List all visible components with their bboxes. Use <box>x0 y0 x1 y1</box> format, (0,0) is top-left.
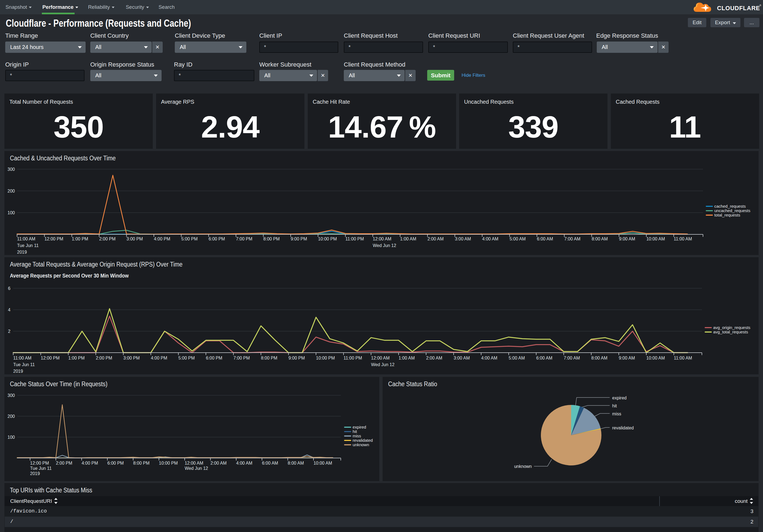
svg-text:10:00 AM: 10:00 AM <box>646 356 665 360</box>
svg-text:10:00 PM: 10:00 PM <box>318 236 337 241</box>
svg-text:1:00 PM: 1:00 PM <box>72 236 88 241</box>
svg-text:12:00 PM: 12:00 PM <box>44 236 63 241</box>
svg-text:unknown: unknown <box>353 442 369 447</box>
svg-text:8:00 AM: 8:00 AM <box>592 236 608 241</box>
svg-text:200: 200 <box>7 189 15 193</box>
svg-text:10:00 PM: 10:00 PM <box>316 356 335 360</box>
svg-text:2: 2 <box>8 329 10 334</box>
svg-text:unknown: unknown <box>514 464 532 469</box>
svg-text:8:00 PM: 8:00 PM <box>261 356 277 360</box>
svg-text:3:00 PM: 3:00 PM <box>123 356 140 360</box>
svg-text:4:00 PM: 4:00 PM <box>154 236 170 241</box>
svg-text:10:00 AM: 10:00 AM <box>646 236 665 241</box>
svg-text:3:00 PM: 3:00 PM <box>127 236 143 241</box>
svg-text:4:00 PM: 4:00 PM <box>82 461 98 466</box>
svg-text:6:00 AM: 6:00 AM <box>536 356 552 360</box>
svg-text:11:00 PM: 11:00 PM <box>344 356 362 360</box>
svg-text:expired: expired <box>353 425 366 429</box>
svg-text:7:00 AM: 7:00 AM <box>564 356 580 360</box>
svg-text:9:00 PM: 9:00 PM <box>288 356 305 360</box>
svg-text:6:00 PM: 6:00 PM <box>209 236 225 241</box>
svg-text:8:00 PM: 8:00 PM <box>133 461 150 466</box>
svg-text:hit: hit <box>353 429 357 434</box>
svg-text:7:00 AM: 7:00 AM <box>564 236 581 241</box>
svg-text:2:00 AM: 2:00 AM <box>211 461 227 466</box>
svg-text:11:00 PM: 11:00 PM <box>345 236 364 241</box>
svg-text:5:00 PM: 5:00 PM <box>178 356 195 360</box>
svg-text:11:00 AM: 11:00 AM <box>674 236 692 241</box>
svg-text:10:00 AM: 10:00 AM <box>313 461 332 466</box>
svg-text:miss: miss <box>612 411 621 416</box>
svg-text:cached_requests: cached_requests <box>714 204 746 209</box>
svg-text:2:00 PM: 2:00 PM <box>56 461 72 466</box>
svg-text:2:00 PM: 2:00 PM <box>99 236 116 241</box>
svg-text:300: 300 <box>7 393 15 398</box>
svg-text:12:00 AM: 12:00 AM <box>185 461 203 466</box>
svg-text:300: 300 <box>7 167 15 172</box>
svg-text:5:00 AM: 5:00 AM <box>509 236 526 241</box>
svg-text:9:00 AM: 9:00 AM <box>619 356 635 360</box>
svg-text:Tue Jun 11: Tue Jun 11 <box>13 362 35 367</box>
svg-text:2019: 2019 <box>30 471 40 476</box>
svg-text:1:00 AM: 1:00 AM <box>398 356 415 360</box>
svg-text:avg_total_requests: avg_total_requests <box>713 329 748 334</box>
svg-text:100: 100 <box>7 211 15 215</box>
svg-text:6:00 PM: 6:00 PM <box>206 356 222 360</box>
svg-text:11:00 AM: 11:00 AM <box>17 236 35 241</box>
svg-text:6:00 PM: 6:00 PM <box>107 461 124 466</box>
svg-text:10:00 PM: 10:00 PM <box>159 461 177 466</box>
svg-text:Wed Jun 12: Wed Jun 12 <box>373 243 396 248</box>
svg-text:2:00 PM: 2:00 PM <box>96 356 112 360</box>
svg-text:Wed Jun 12: Wed Jun 12 <box>371 362 394 367</box>
svg-text:4:00 AM: 4:00 AM <box>236 461 253 466</box>
svg-text:9:00 AM: 9:00 AM <box>619 236 635 241</box>
svg-text:1:00 PM: 1:00 PM <box>68 356 85 360</box>
svg-text:miss: miss <box>353 433 361 438</box>
svg-text:9:00 PM: 9:00 PM <box>291 236 307 241</box>
svg-text:®: ® <box>759 4 761 7</box>
svg-text:CLOUDFLARE: CLOUDFLARE <box>717 5 760 12</box>
svg-text:revalidated: revalidated <box>612 425 634 430</box>
svg-text:4:00 AM: 4:00 AM <box>482 236 498 241</box>
svg-text:expired: expired <box>612 396 626 400</box>
svg-text:5:00 PM: 5:00 PM <box>181 236 198 241</box>
svg-text:12:00 AM: 12:00 AM <box>373 236 391 241</box>
svg-text:2019: 2019 <box>17 250 27 254</box>
svg-text:7:00 PM: 7:00 PM <box>233 356 250 360</box>
svg-text:Tue Jun 11: Tue Jun 11 <box>30 466 52 471</box>
svg-text:3:00 AM: 3:00 AM <box>454 356 470 360</box>
svg-text:Wed Jun 12: Wed Jun 12 <box>185 466 208 471</box>
svg-text:4:00 PM: 4:00 PM <box>151 356 167 360</box>
svg-text:total_requests: total_requests <box>714 213 740 217</box>
svg-text:100: 100 <box>7 435 15 440</box>
svg-text:200: 200 <box>7 414 15 419</box>
svg-text:6:00 AM: 6:00 AM <box>262 461 278 466</box>
svg-text:11:00 AM: 11:00 AM <box>674 356 692 360</box>
svg-text:1:00 AM: 1:00 AM <box>400 236 416 241</box>
svg-text:5:00 AM: 5:00 AM <box>509 356 525 360</box>
svg-text:hit: hit <box>612 403 617 408</box>
svg-text:12:00 PM: 12:00 PM <box>30 461 49 466</box>
svg-text:revalidated: revalidated <box>353 438 373 443</box>
svg-text:8:00 AM: 8:00 AM <box>288 461 304 466</box>
svg-text:avg_origin_requests: avg_origin_requests <box>713 325 750 330</box>
svg-text:Tue Jun 11: Tue Jun 11 <box>17 243 39 248</box>
svg-text:12:00 PM: 12:00 PM <box>41 356 59 360</box>
svg-text:12:00 AM: 12:00 AM <box>371 356 390 360</box>
svg-text:2:00 AM: 2:00 AM <box>426 356 442 360</box>
svg-text:8:00 PM: 8:00 PM <box>264 236 280 241</box>
svg-text:2019: 2019 <box>13 369 23 374</box>
svg-text:7:00 PM: 7:00 PM <box>236 236 253 241</box>
svg-text:4: 4 <box>8 308 10 312</box>
svg-text:6: 6 <box>8 286 10 291</box>
svg-text:3:00 AM: 3:00 AM <box>455 236 471 241</box>
svg-text:uncached_requests: uncached_requests <box>714 208 750 213</box>
svg-text:4:00 AM: 4:00 AM <box>481 356 497 360</box>
svg-text:2:00 AM: 2:00 AM <box>427 236 444 241</box>
svg-text:6:00 AM: 6:00 AM <box>537 236 553 241</box>
svg-text:8:00 AM: 8:00 AM <box>591 356 607 360</box>
svg-text:11:00 AM: 11:00 AM <box>13 356 31 360</box>
